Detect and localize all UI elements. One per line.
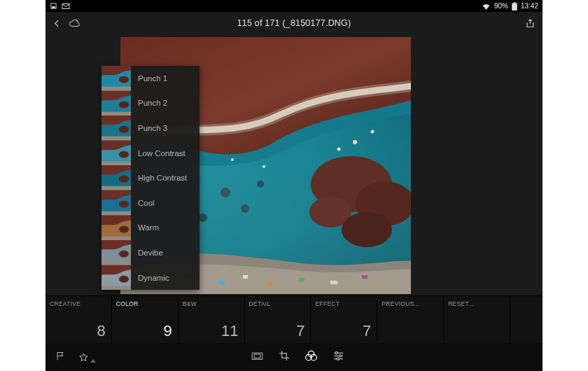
preset-panel: Punch 1Punch 2Punch 3Low ContrastHigh Co… — [102, 66, 200, 290]
category-label: B&W — [183, 300, 239, 307]
category-value: 7 — [363, 322, 371, 340]
category-value: 8 — [97, 322, 106, 340]
presets-button[interactable] — [305, 350, 317, 365]
svg-rect-23 — [362, 275, 368, 279]
svg-rect-18 — [218, 281, 225, 284]
svg-point-56 — [337, 358, 339, 360]
category-value: 9 — [163, 322, 172, 340]
preset-item[interactable]: Warm — [131, 216, 200, 241]
category-label: PREVIOUS... — [382, 300, 438, 307]
svg-point-38 — [119, 151, 129, 158]
svg-point-25 — [371, 130, 374, 134]
svg-rect-1 — [52, 6, 55, 8]
preset-item[interactable]: Punch 2 — [131, 91, 200, 116]
main-area: Punch 1Punch 2Punch 3Low ContrastHigh Co… — [46, 34, 542, 295]
svg-point-36 — [119, 126, 129, 133]
preset-thumb[interactable] — [102, 265, 131, 290]
category-label: COLOR — [116, 300, 172, 307]
file-title: 115 of 171 (_8150177.DNG) — [92, 18, 496, 28]
star-rating-button[interactable] — [78, 352, 96, 363]
preset-item[interactable]: Dynamic — [131, 265, 200, 290]
preset-item[interactable]: Cool — [131, 190, 200, 216]
preset-thumb[interactable] — [102, 216, 131, 241]
preset-item[interactable]: Low Contrast — [131, 141, 200, 166]
svg-rect-3 — [513, 2, 515, 4]
svg-rect-22 — [330, 281, 337, 284]
svg-point-54 — [335, 351, 337, 354]
battery-pct: 90% — [494, 2, 508, 10]
category-value: 11 — [221, 322, 238, 340]
category-cell-spacer — [510, 296, 542, 343]
app-header: 115 of 171 (_8150177.DNG) — [46, 12, 542, 34]
status-bar: 90% 13:42 — [46, 0, 542, 12]
svg-rect-21 — [299, 278, 304, 281]
wifi-icon — [482, 3, 491, 10]
svg-point-40 — [119, 176, 129, 183]
category-label: RESET... — [448, 300, 504, 307]
svg-point-12 — [257, 181, 264, 188]
flag-button[interactable] — [55, 351, 66, 364]
category-label: CREATIVE — [50, 300, 106, 307]
crop-button[interactable] — [279, 350, 290, 364]
category-label: EFFECT — [315, 300, 371, 307]
category-cell-color[interactable]: COLOR9 — [112, 296, 178, 343]
svg-point-32 — [119, 76, 129, 83]
svg-point-10 — [220, 188, 230, 197]
preset-thumb[interactable] — [102, 240, 131, 265]
svg-point-26 — [337, 148, 341, 151]
svg-point-29 — [262, 165, 265, 168]
preset-thumb[interactable] — [102, 165, 131, 190]
svg-rect-19 — [243, 275, 248, 279]
category-label: DETAIL — [249, 300, 305, 307]
svg-point-46 — [119, 251, 129, 258]
share-button[interactable] — [525, 18, 536, 29]
svg-point-24 — [353, 140, 357, 144]
category-cell-reset[interactable]: RESET... — [444, 296, 510, 343]
category-cell-creative[interactable]: CREATIVE8 — [46, 296, 112, 343]
triangle-indicator-icon — [90, 359, 96, 363]
svg-point-48 — [119, 276, 129, 283]
preset-thumb[interactable] — [102, 190, 131, 216]
preset-thumb[interactable] — [102, 91, 131, 116]
svg-point-13 — [199, 214, 207, 222]
screenshot-icon — [50, 2, 57, 10]
clock: 13:42 — [521, 2, 538, 10]
category-cell-detail[interactable]: DETAIL7 — [245, 296, 312, 343]
preset-thumb[interactable] — [102, 115, 131, 141]
preset-item[interactable]: Punch 1 — [131, 66, 200, 91]
category-cell-bw[interactable]: B&W11 — [178, 296, 245, 343]
preset-thumb[interactable] — [102, 141, 131, 166]
svg-point-11 — [241, 204, 249, 213]
svg-point-55 — [339, 354, 341, 356]
category-value: 7 — [296, 322, 304, 340]
preset-thumb[interactable] — [102, 66, 131, 91]
mail-icon — [62, 3, 70, 10]
category-cell-effect[interactable]: EFFECT7 — [311, 296, 377, 343]
svg-rect-4 — [512, 3, 517, 10]
back-button[interactable] — [52, 19, 62, 28]
svg-rect-20 — [267, 282, 273, 286]
cloud-sync-icon[interactable] — [69, 19, 81, 28]
bottom-toolbar — [46, 343, 542, 371]
svg-point-9 — [342, 212, 392, 247]
preset-item[interactable]: High Contrast — [131, 165, 200, 190]
svg-point-44 — [119, 225, 129, 232]
preset-item[interactable]: Devibe — [131, 240, 200, 265]
category-strip: CREATIVE8COLOR9B&W11DETAIL7EFFECT7PREVIO… — [46, 295, 542, 343]
battery-icon — [512, 2, 517, 10]
adjust-sliders-button[interactable] — [332, 351, 344, 364]
svg-rect-50 — [254, 354, 260, 358]
category-cell-previous[interactable]: PREVIOUS... — [377, 296, 444, 343]
crop-frame-button[interactable] — [251, 351, 263, 364]
app-window: 90% 13:42 115 of 171 (_8150177.DNG) — [46, 0, 542, 371]
svg-point-42 — [119, 201, 129, 208]
svg-point-28 — [231, 158, 234, 161]
preset-item[interactable]: Punch 3 — [131, 115, 200, 141]
svg-point-34 — [119, 101, 129, 108]
